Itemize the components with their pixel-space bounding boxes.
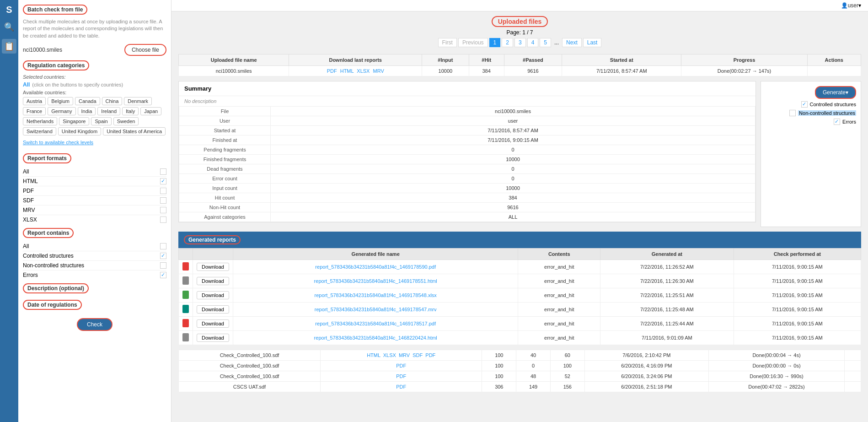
- top-bar: 👤 user ▾: [171, 0, 868, 11]
- download-mrv-link[interactable]: MRV: [373, 68, 384, 74]
- gen-report-row: Download report_5783436b34231b5840a81f4c…: [179, 260, 861, 274]
- contains-errors-checkbox[interactable]: [160, 272, 166, 278]
- country-japan[interactable]: Japan: [140, 107, 161, 115]
- download-btn-6[interactable]: Download: [197, 334, 229, 342]
- country-austria[interactable]: Austria: [23, 97, 46, 105]
- batch-check-icon[interactable]: 📋: [2, 39, 16, 54]
- col-progress: Progress: [681, 54, 807, 66]
- format-html-label: HTML: [23, 178, 38, 184]
- gen-report-row: Download report_5783436b34231b5840a81f4c…: [179, 288, 861, 303]
- page-1-btn[interactable]: 1: [489, 38, 501, 47]
- country-singapore[interactable]: Singapore: [59, 117, 89, 125]
- download-btn-4[interactable]: Download: [197, 305, 229, 314]
- country-belgium[interactable]: Belgium: [48, 97, 73, 105]
- gen-file-link-6[interactable]: report_5783436b34231b5840a81f4c_14682204…: [314, 335, 437, 341]
- country-united-states[interactable]: United States of America: [103, 127, 166, 135]
- user-dropdown-icon[interactable]: ▾: [858, 2, 861, 9]
- gen-noncontrolled-checkbox[interactable]: [789, 110, 796, 116]
- format-mrv-checkbox[interactable]: [160, 207, 166, 213]
- left-panel: Batch check from file Check multiple mol…: [18, 0, 171, 422]
- dl-pdf-2[interactable]: PDF: [396, 363, 406, 368]
- download-html-link[interactable]: HTML: [340, 68, 354, 74]
- download-btn-5[interactable]: Download: [197, 319, 229, 328]
- page-prev-btn[interactable]: Previous: [458, 38, 488, 47]
- switch-check-levels-link[interactable]: Switch to available check levels: [23, 140, 93, 145]
- country-germany[interactable]: Germany: [48, 107, 75, 115]
- download-btn-2[interactable]: Download: [197, 277, 229, 285]
- page-2-btn[interactable]: 2: [502, 38, 513, 47]
- gen-file-link-4[interactable]: report_5783436b34231b5840a81f4c_14691785…: [315, 307, 437, 312]
- contains-all-checkbox[interactable]: [160, 243, 166, 249]
- page-5-btn[interactable]: 5: [540, 38, 551, 47]
- summary-row: Hit count384: [179, 193, 755, 203]
- gen-report-row: Download report_5783436b34231b5840a81f4c…: [179, 303, 861, 317]
- page-first-btn[interactable]: First: [438, 38, 457, 47]
- format-xlsx-label: XLSX: [23, 216, 37, 223]
- check-button[interactable]: Check: [77, 318, 113, 331]
- format-all-checkbox[interactable]: [160, 168, 166, 175]
- contains-all-label: All: [23, 243, 29, 249]
- country-denmark[interactable]: Denmark: [124, 97, 152, 105]
- page-4-btn[interactable]: 4: [527, 38, 539, 47]
- country-canada[interactable]: Canada: [75, 97, 100, 105]
- format-sdf-label: SDF: [23, 197, 34, 204]
- page-next-btn[interactable]: Next: [562, 38, 582, 47]
- dl-xlsx[interactable]: XLSX: [383, 352, 396, 358]
- dl-pdf-3[interactable]: PDF: [396, 373, 406, 379]
- page-3-btn[interactable]: 3: [514, 38, 526, 47]
- summary-row: Pending fragments0: [179, 145, 755, 155]
- contains-noncontrolled-checkbox[interactable]: [160, 262, 166, 269]
- contains-all-row: All: [23, 242, 166, 251]
- file-name-label: nci10000.smiles: [23, 47, 62, 53]
- country-italy[interactable]: Italy: [122, 107, 139, 115]
- search-icon[interactable]: 🔍: [2, 20, 16, 34]
- format-xlsx-checkbox[interactable]: [160, 216, 166, 223]
- choose-file-button[interactable]: Choose file: [124, 44, 166, 56]
- country-spain[interactable]: Spain: [91, 117, 111, 125]
- dl-mrv[interactable]: MRV: [399, 352, 410, 358]
- generated-reports-title: Generated reports: [184, 235, 241, 244]
- dl-pdf[interactable]: PDF: [425, 352, 435, 358]
- download-pdf-link[interactable]: PDF: [327, 68, 337, 74]
- sidebar: S 🔍 📋: [0, 0, 18, 422]
- gen-file-link-2[interactable]: report_5783436b34231b5840a81f4c_14691785…: [314, 278, 437, 284]
- dl-sdf[interactable]: SDF: [413, 352, 423, 358]
- user-icon: 👤: [841, 2, 848, 9]
- col-started-at: Started at: [562, 54, 681, 66]
- gen-file-link-5[interactable]: report_5783436b34231b5840a81f4c_14691785…: [315, 321, 436, 326]
- gen-controlled-checkbox[interactable]: [801, 101, 808, 108]
- row-actions: [807, 66, 861, 76]
- download-xlsx-link[interactable]: XLSX: [357, 68, 370, 74]
- contains-controlled-checkbox[interactable]: [160, 253, 166, 259]
- description-optional-title: Description (optional): [23, 283, 89, 293]
- country-france[interactable]: France: [23, 107, 46, 115]
- row-hit: 384: [469, 66, 504, 76]
- country-india[interactable]: India: [78, 107, 96, 115]
- gen-errors-checkbox[interactable]: [834, 119, 840, 125]
- format-sdf-checkbox[interactable]: [160, 197, 166, 204]
- country-china[interactable]: China: [102, 97, 123, 105]
- report-contains-title: Report contains: [23, 228, 74, 238]
- dl-pdf-4[interactable]: PDF: [396, 384, 406, 390]
- gen-file-link-3[interactable]: report_5783436b34231b5840a81f4c_14691785…: [315, 292, 437, 298]
- download-btn-3[interactable]: Download: [197, 291, 229, 299]
- gen-errors-label: Errors: [834, 119, 856, 125]
- format-pdf-checkbox[interactable]: [160, 188, 166, 194]
- country-united-kingdom[interactable]: United Kingdom: [58, 127, 101, 135]
- col-icon: [179, 249, 193, 260]
- country-netherlands[interactable]: Netherlands: [23, 117, 57, 125]
- country-ireland[interactable]: Ireland: [97, 107, 120, 115]
- contains-errors-row: Errors: [23, 271, 166, 280]
- col-download: [193, 249, 233, 260]
- gen-file-link-1[interactable]: report_5783436b34231b5840a81f4c_14691785…: [315, 264, 436, 270]
- page-last-btn[interactable]: Last: [583, 38, 602, 47]
- format-html-checkbox[interactable]: [160, 178, 166, 184]
- gen-controlled-label: Controlled structures: [801, 101, 857, 108]
- dl-html[interactable]: HTML: [367, 352, 380, 358]
- summary-title: Summary: [179, 81, 755, 96]
- download-btn-1[interactable]: Download: [197, 263, 229, 271]
- generate-button[interactable]: Generate▾: [815, 86, 856, 99]
- country-sweden[interactable]: Sweden: [113, 117, 139, 125]
- uploaded-files-title: Uploaded files: [492, 16, 548, 27]
- country-switzerland[interactable]: Switzerland: [23, 127, 56, 135]
